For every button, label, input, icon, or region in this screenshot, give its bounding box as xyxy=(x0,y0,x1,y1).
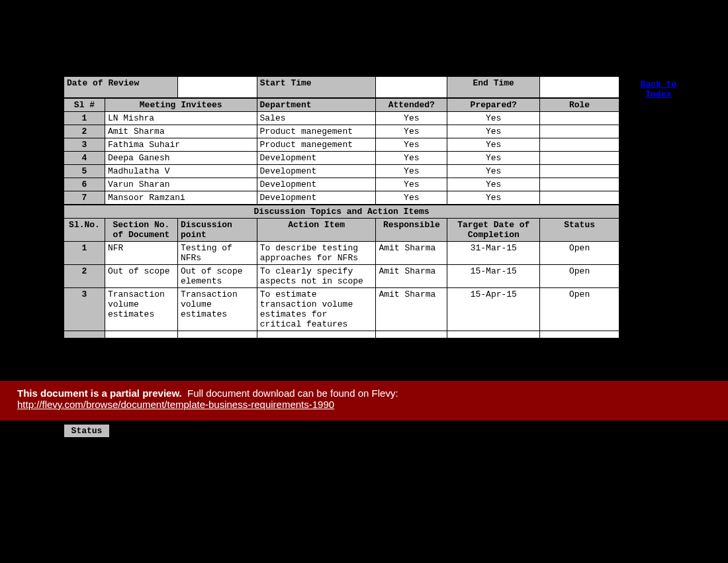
cell-point: Testing of NFRs xyxy=(177,242,257,265)
cell-action: To describe testing approaches for NFRs xyxy=(257,242,376,265)
cell-sl: 7 xyxy=(64,191,105,205)
cell-sl: 2 xyxy=(64,265,105,288)
cell-name: Fathima Suhair xyxy=(105,138,257,152)
cell-dept: Development xyxy=(257,165,376,178)
cell-dept: Development xyxy=(257,178,376,191)
cell-responsible: Amit Sharma xyxy=(376,242,447,265)
dcol-point: Discussion point xyxy=(177,219,257,242)
cell-dept: Sales xyxy=(257,112,376,125)
dcol-sl: Sl.No. xyxy=(64,219,105,242)
col-dept: Department xyxy=(257,99,376,112)
cell-attended: Yes xyxy=(376,138,447,152)
cell-responsible: Amit Sharma xyxy=(376,288,447,331)
cell-attended: Yes xyxy=(376,112,447,125)
cell-dept: Development xyxy=(257,191,376,205)
cell-section: Out of scope xyxy=(105,265,177,288)
cell-sl: 6 xyxy=(64,178,105,191)
cell-prepared: Yes xyxy=(447,152,540,165)
invitees-table: Sl # Meeting Invitees Department Attende… xyxy=(64,98,619,205)
table-row: 2Out of scopeOut of scope elementsTo cle… xyxy=(64,265,619,288)
table-row: 5Madhulatha VDevelopmentYesYes xyxy=(64,165,619,178)
back-to-index-link[interactable]: Back to Index xyxy=(635,79,682,99)
end-time-value xyxy=(540,77,619,98)
col-sl: Sl # xyxy=(64,99,105,112)
cell-name: Mansoor Ramzani xyxy=(105,191,257,205)
date-of-review-header: Date of Review xyxy=(64,77,178,98)
cell-prepared: Yes xyxy=(447,112,540,125)
cell-name: Varun Sharan xyxy=(105,178,257,191)
cell-role xyxy=(540,152,619,165)
col-attended: Attended? xyxy=(376,99,447,112)
review-header-table: Date of Review Start Time End Time xyxy=(64,76,619,98)
cell-name: Amit Sharma xyxy=(105,125,257,138)
table-row: 4Deepa GaneshDevelopmentYesYes xyxy=(64,152,619,165)
cell-name: Deepa Ganesh xyxy=(105,152,257,165)
cell-role xyxy=(540,178,619,191)
end-time-header: End Time xyxy=(447,77,540,98)
dcol-target: Target Date of Completion xyxy=(447,219,540,242)
cell-role xyxy=(540,125,619,138)
table-row: 2Amit SharmaProduct manegementYesYes xyxy=(64,125,619,138)
cell-sl: 1 xyxy=(64,112,105,125)
cell-target: 15-Mar-15 xyxy=(447,265,540,288)
cell-attended: Yes xyxy=(376,191,447,205)
cell-attended: Yes xyxy=(376,125,447,138)
preview-banner: This document is a partial preview. Full… xyxy=(0,381,728,421)
cell-role xyxy=(540,165,619,178)
cell-sl: 3 xyxy=(64,288,105,331)
status-label-cell: Status xyxy=(64,424,110,438)
date-of-review-value xyxy=(177,77,257,98)
banner-rest: Full document download can be found on F… xyxy=(187,387,398,399)
cell-prepared: Yes xyxy=(447,191,540,205)
cell-role xyxy=(540,191,619,205)
cell-action: To estimate transaction volume estimates… xyxy=(257,288,376,331)
cell-role xyxy=(540,138,619,152)
cell-section: NFR xyxy=(105,242,177,265)
cell-prepared: Yes xyxy=(447,125,540,138)
cell-sl: 2 xyxy=(64,125,105,138)
cell-sl: 3 xyxy=(64,138,105,152)
col-role: Role xyxy=(540,99,619,112)
dcol-action: Action Item xyxy=(257,219,376,242)
cell-attended: Yes xyxy=(376,152,447,165)
banner-link[interactable]: http://flevy.com/browse/document/templat… xyxy=(17,399,334,410)
cell-sl: 1 xyxy=(64,242,105,265)
cell-role xyxy=(540,112,619,125)
table-row: 3Transaction volume estimatesTransaction… xyxy=(64,288,619,331)
cell-dept: Development xyxy=(257,152,376,165)
discussion-table: Discussion Topics and Action Items Sl.No… xyxy=(64,205,619,338)
cell-dept: Product manegement xyxy=(257,138,376,152)
cell-prepared: Yes xyxy=(447,165,540,178)
banner-bold: This document is a partial preview. xyxy=(17,387,182,399)
cell-attended: Yes xyxy=(376,178,447,191)
table-row: 6Varun SharanDevelopmentYesYes xyxy=(64,178,619,191)
cell-name: LN Mishra xyxy=(105,112,257,125)
cell-section: Transaction volume estimates xyxy=(105,288,177,331)
table-row: 1LN MishraSalesYesYes xyxy=(64,112,619,125)
cell-status: Open xyxy=(540,242,619,265)
cell-sl: 5 xyxy=(64,165,105,178)
cell-action: To clearly specify aspects not in scope xyxy=(257,265,376,288)
dcol-responsible: Responsible xyxy=(376,219,447,242)
cell-sl: 4 xyxy=(64,152,105,165)
cell-name: Madhulatha V xyxy=(105,165,257,178)
cell-status: Open xyxy=(540,288,619,331)
cell-point: Out of scope elements xyxy=(177,265,257,288)
dcol-section: Section No. of Document xyxy=(105,219,177,242)
table-row: 3Fathima SuhairProduct manegementYesYes xyxy=(64,138,619,152)
dcol-status: Status xyxy=(540,219,619,242)
cell-target: 15-Apr-15 xyxy=(447,288,540,331)
table-row: 1NFRTesting of NFRsTo describe testing a… xyxy=(64,242,619,265)
cell-point: Transaction volume estimates xyxy=(177,288,257,331)
cell-responsible: Amit Sharma xyxy=(376,265,447,288)
start-time-value xyxy=(376,77,447,98)
cell-attended: Yes xyxy=(376,165,447,178)
cell-dept: Product manegement xyxy=(257,125,376,138)
cell-target: 31-Mar-15 xyxy=(447,242,540,265)
start-time-header: Start Time xyxy=(257,77,376,98)
table-row: 7Mansoor RamzaniDevelopmentYesYes xyxy=(64,191,619,205)
col-prepared: Prepared? xyxy=(447,99,540,112)
col-name: Meeting Invitees xyxy=(105,99,257,112)
cell-status: Open xyxy=(540,265,619,288)
cell-prepared: Yes xyxy=(447,138,540,152)
